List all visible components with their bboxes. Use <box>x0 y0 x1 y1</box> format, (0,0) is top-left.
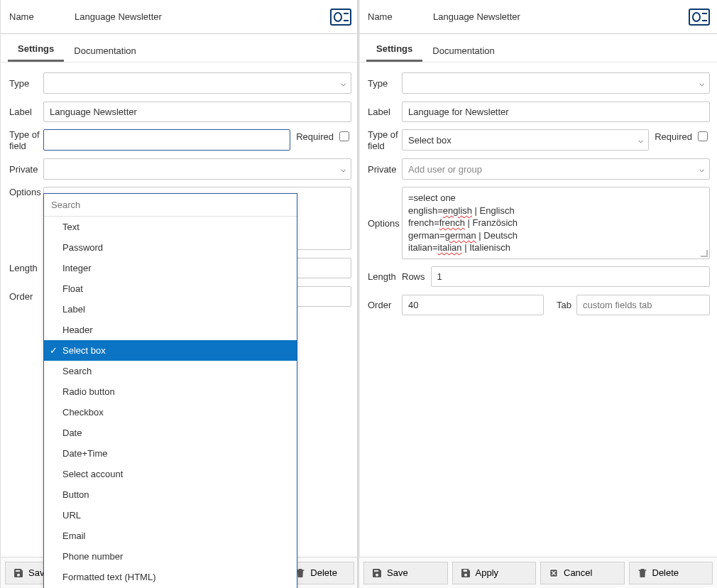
label-input[interactable] <box>402 102 710 122</box>
label-input[interactable] <box>43 102 351 122</box>
type-label: Type <box>9 78 43 89</box>
dropdown-option[interactable]: Date <box>44 423 297 443</box>
contact-card-icon <box>330 9 351 26</box>
tabs: Settings Documentation <box>359 34 717 62</box>
dropdown-option[interactable]: Radio button <box>44 381 297 402</box>
dropdown-search-input[interactable] <box>44 194 297 217</box>
save-icon <box>371 567 383 579</box>
dropdown-option[interactable]: Header <box>44 320 297 340</box>
panel-left: Name Language Newsletter Settings Docume… <box>0 0 358 588</box>
dropdown-option[interactable]: Phone number <box>44 546 297 567</box>
delete-button-label: Delete <box>310 567 337 578</box>
options-textarea[interactable]: =select oneenglish=english | Englischfre… <box>402 187 710 259</box>
length-label: Length <box>368 271 402 282</box>
dropdown-option[interactable]: Formatted text (HTML) <box>44 567 297 587</box>
dropdown-option[interactable]: Search <box>44 361 297 381</box>
dropdown-option[interactable]: Select box <box>44 340 297 361</box>
options-line: italian=italian | Italienisch <box>408 241 704 254</box>
footer: Save Apply Cancel Delete <box>359 557 717 588</box>
name-value: Language Newsletter <box>75 11 330 22</box>
cancel-button[interactable]: Cancel <box>540 562 625 584</box>
private-select[interactable] <box>43 158 351 180</box>
options-line: english=english | Englisch <box>408 205 704 217</box>
form-area: Type ⌵ Label Type of field Select box ⌵ … <box>359 62 717 557</box>
typeoffield-select[interactable]: Select box <box>402 129 649 151</box>
cancel-button-label: Cancel <box>564 567 592 578</box>
typeoffield-select[interactable] <box>43 129 290 151</box>
private-label: Private <box>368 164 402 175</box>
required-checkbox[interactable] <box>698 131 708 141</box>
panel-right: Name Language Newsletter Settings Docume… <box>358 0 717 588</box>
order-label: Order <box>9 291 43 302</box>
floppy-icon <box>460 567 471 579</box>
options-line: french=french | Französich <box>408 217 704 229</box>
apply-button-label: Apply <box>476 567 499 578</box>
dropdown-option[interactable]: URL <box>44 505 297 526</box>
label-label: Label <box>9 107 43 117</box>
name-label: Name <box>368 11 433 22</box>
tab-documentation[interactable]: Documentation <box>64 38 146 62</box>
header-row: Name Language Newsletter <box>359 0 717 34</box>
name-label: Name <box>9 11 75 22</box>
type-select[interactable] <box>43 72 351 94</box>
private-label: Private <box>9 164 43 175</box>
save-icon <box>13 567 24 579</box>
header-row: Name Language Newsletter <box>1 0 358 34</box>
dropdown-option[interactable]: Email <box>44 526 297 546</box>
type-label: Type <box>368 78 402 89</box>
resize-handle-icon[interactable] <box>701 250 708 257</box>
dropdown-option[interactable]: Date+Time <box>44 443 297 464</box>
type-select[interactable] <box>402 72 710 94</box>
apply-button[interactable]: Apply <box>452 562 537 584</box>
dropdown-option[interactable]: Select account <box>44 464 297 484</box>
options-label: Options <box>9 187 43 197</box>
dropdown-option[interactable]: Integer <box>44 258 297 278</box>
label-label: Label <box>368 107 402 117</box>
delete-button-label: Delete <box>652 567 679 578</box>
tabs: Settings Documentation <box>1 34 358 62</box>
order-label: Order <box>368 300 402 310</box>
required-label: Required <box>296 131 334 142</box>
tab-settings[interactable]: Settings <box>8 36 64 62</box>
typeoffield-dropdown: TextPasswordIntegerFloatLabelHeaderSelec… <box>43 193 297 588</box>
dropdown-option[interactable]: Button <box>44 484 297 505</box>
dropdown-option[interactable]: Float <box>44 278 297 299</box>
tab-input[interactable] <box>576 295 710 315</box>
dropdown-option[interactable]: Text <box>44 217 297 237</box>
required-checkbox[interactable] <box>339 131 349 141</box>
length-label: Length <box>9 263 43 273</box>
name-value: Language Newsletter <box>433 11 689 22</box>
save-button-label: Save <box>387 567 408 578</box>
rows-label: Rows <box>402 271 425 282</box>
dropdown-option[interactable]: Checkbox <box>44 402 297 423</box>
private-select[interactable]: Add user or group <box>402 158 710 180</box>
tab-documentation[interactable]: Documentation <box>422 38 504 62</box>
dropdown-options-list[interactable]: TextPasswordIntegerFloatLabelHeaderSelec… <box>44 217 297 588</box>
contact-card-icon <box>689 9 710 26</box>
tab-label: Tab <box>557 300 576 310</box>
typeoffield-label: Type of field <box>9 129 43 151</box>
typeoffield-label: Type of field <box>368 129 402 151</box>
options-label: Options <box>368 218 402 229</box>
dropdown-option[interactable]: Password <box>44 237 297 258</box>
options-line: =select one <box>408 192 704 205</box>
form-area: Type ⌵ Label Type of field Required Priv… <box>1 62 358 557</box>
order-input[interactable] <box>402 295 544 315</box>
trash-icon <box>637 567 648 579</box>
delete-button[interactable]: Delete <box>629 562 713 584</box>
dropdown-option[interactable]: Label <box>44 299 297 320</box>
save-button[interactable]: Save <box>363 562 448 584</box>
rows-input[interactable] <box>431 266 710 287</box>
tab-settings[interactable]: Settings <box>366 36 422 62</box>
close-icon <box>548 567 559 579</box>
options-line: german=german | Deutsch <box>408 229 704 242</box>
required-label: Required <box>655 131 692 142</box>
